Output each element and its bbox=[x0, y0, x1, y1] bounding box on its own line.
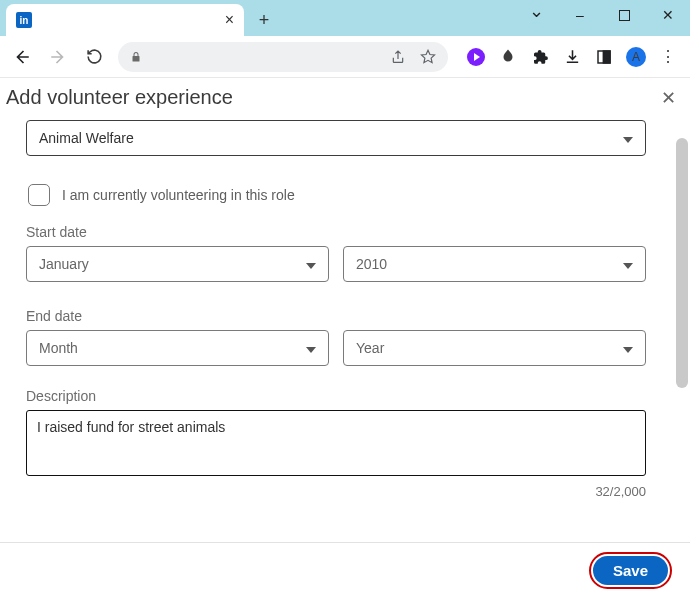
maximize-button[interactable] bbox=[602, 10, 646, 21]
modal-header: Add volunteer experience ✕ bbox=[0, 78, 690, 119]
vertical-scrollbar[interactable] bbox=[676, 138, 688, 388]
currently-volunteering-checkbox[interactable] bbox=[28, 184, 50, 206]
save-button[interactable]: Save bbox=[593, 556, 668, 585]
forward-button[interactable] bbox=[42, 41, 74, 73]
currently-volunteering-row: I am currently volunteering in this role bbox=[28, 184, 646, 206]
chevron-down-icon bbox=[623, 130, 633, 146]
chevron-down-icon bbox=[623, 340, 633, 356]
window-close-button[interactable] bbox=[646, 7, 690, 23]
start-date-label: Start date bbox=[26, 224, 646, 240]
chevron-down-icon bbox=[306, 256, 316, 272]
modal-title: Add volunteer experience bbox=[6, 86, 233, 109]
play-extension-icon[interactable] bbox=[466, 47, 486, 67]
form-scroll-area: Animal Welfare I am currently volunteeri… bbox=[0, 120, 672, 542]
page-content: Add volunteer experience ✕ Animal Welfar… bbox=[0, 78, 690, 598]
window-controls bbox=[514, 0, 690, 30]
profile-avatar[interactable]: A bbox=[626, 47, 646, 67]
chevron-down-icon bbox=[306, 340, 316, 356]
modal-footer: Save bbox=[0, 542, 690, 598]
modal-close-icon[interactable]: ✕ bbox=[661, 87, 676, 109]
extensions-puzzle-icon[interactable] bbox=[530, 47, 550, 67]
end-month-placeholder: Month bbox=[39, 340, 78, 356]
padlet-extension-icon[interactable] bbox=[498, 47, 518, 67]
description-textarea[interactable] bbox=[26, 410, 646, 476]
lock-icon bbox=[130, 50, 142, 64]
end-date-label: End date bbox=[26, 308, 646, 324]
char-counter: 32/2,000 bbox=[26, 484, 646, 499]
address-bar[interactable] bbox=[118, 42, 448, 72]
currently-volunteering-label: I am currently volunteering in this role bbox=[62, 187, 295, 203]
description-label: Description bbox=[26, 388, 646, 404]
browser-tab[interactable]: in × bbox=[6, 4, 244, 36]
end-year-placeholder: Year bbox=[356, 340, 384, 356]
save-button-highlight: Save bbox=[589, 552, 672, 589]
browser-menu-icon[interactable]: ⋮ bbox=[658, 47, 678, 67]
svg-rect-1 bbox=[603, 51, 610, 63]
browser-toolbar: A ⋮ bbox=[0, 36, 690, 78]
browser-titlebar: in × + bbox=[0, 0, 690, 36]
start-month-select[interactable]: January bbox=[26, 246, 329, 282]
minimize-button[interactable] bbox=[558, 7, 602, 23]
back-button[interactable] bbox=[6, 41, 38, 73]
close-tab-icon[interactable]: × bbox=[225, 11, 234, 29]
cause-select[interactable]: Animal Welfare bbox=[26, 120, 646, 156]
linkedin-favicon: in bbox=[16, 12, 32, 28]
start-month-value: January bbox=[39, 256, 89, 272]
end-month-select[interactable]: Month bbox=[26, 330, 329, 366]
new-tab-button[interactable]: + bbox=[250, 6, 278, 34]
bookmark-star-icon[interactable] bbox=[420, 49, 436, 65]
end-year-select[interactable]: Year bbox=[343, 330, 646, 366]
start-year-select[interactable]: 2010 bbox=[343, 246, 646, 282]
reader-mode-icon[interactable] bbox=[594, 47, 614, 67]
start-year-value: 2010 bbox=[356, 256, 387, 272]
cause-select-value: Animal Welfare bbox=[39, 130, 134, 146]
reload-button[interactable] bbox=[78, 41, 110, 73]
extension-icons: A ⋮ bbox=[456, 47, 684, 67]
chevron-down-icon bbox=[623, 256, 633, 272]
downloads-icon[interactable] bbox=[562, 47, 582, 67]
tabs-dropdown-icon[interactable] bbox=[514, 4, 558, 26]
share-icon[interactable] bbox=[390, 49, 406, 65]
